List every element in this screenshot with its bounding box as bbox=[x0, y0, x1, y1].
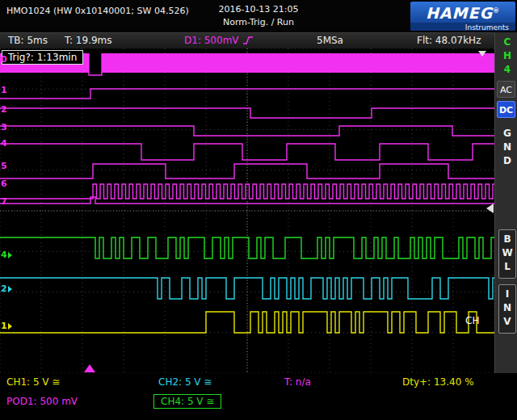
trigger-source-readout: D1: 500mV bbox=[184, 35, 254, 46]
sample-rate-readout: 5MSa bbox=[317, 35, 343, 46]
trigger-warning: Trig?: 1:13min bbox=[2, 50, 83, 65]
oscilloscope-screen: HMO1024 (HW 0x10140001; SW 04.526) 2016-… bbox=[0, 0, 517, 420]
pod1-scale-readout: POD1: 500 mV bbox=[6, 396, 78, 407]
ch2-scale-readout: CH2: 5 V ≅ bbox=[158, 376, 212, 388]
datetime: 2016-10-13 21:05 bbox=[218, 3, 298, 16]
duty-cycle-measurement: Dty+: 13.40 % bbox=[402, 376, 474, 388]
rising-edge-icon bbox=[242, 36, 254, 45]
waveform-svg bbox=[0, 48, 494, 373]
ch1-scale-readout: CH1: 5 V ≅ bbox=[6, 376, 60, 388]
logo-subtitle: Instruments bbox=[410, 23, 515, 31]
timebase-readout: TB: 5ms bbox=[8, 35, 48, 46]
bandwidth-limit-button[interactable]: BWL bbox=[498, 229, 516, 279]
ch-overlay-label: CH bbox=[465, 315, 479, 326]
digital-channel-label-7: 7 bbox=[1, 197, 7, 207]
digital-channel-label-6: 6 bbox=[1, 179, 7, 189]
digital-channel-label-1: 1 bbox=[1, 86, 7, 95]
softkey-menu: CH4 AC DC GND BWL INV bbox=[494, 32, 517, 373]
scroll-down-indicator bbox=[478, 51, 486, 57]
header: HMO1024 (HW 0x10140001; SW 04.526) 2016-… bbox=[0, 0, 517, 32]
invert-button[interactable]: INV bbox=[498, 284, 516, 334]
device-info: HMO1024 (HW 0x10140001; SW 04.526) bbox=[6, 6, 189, 16]
logo-brand-text: HAMEG® bbox=[410, 2, 515, 23]
trigger-position-marker bbox=[84, 364, 95, 372]
acquisition-status: Norm-Trig. / Run bbox=[218, 16, 298, 29]
trigger-readout: T: n/a bbox=[284, 376, 311, 388]
digital-channel-label-3: 3 bbox=[1, 123, 7, 132]
ch1-position-marker: 1 bbox=[1, 321, 12, 331]
menu-channel-label: CH4 bbox=[502, 36, 513, 78]
digital-channel-label-4: 4 bbox=[1, 139, 7, 149]
digital-channel-label-5: 5 bbox=[1, 162, 7, 171]
waveform-display: Trig?: 1:13min 0 1 2 3 4 5 6 7 4 2 1 CH bbox=[0, 48, 494, 373]
trigger-level-marker bbox=[486, 204, 494, 213]
status-bar: TB: 5ms T: 19.9ms D1: 500mV 5MSa Flt: 48… bbox=[0, 32, 494, 48]
hameg-logo: HAMEG® Instruments bbox=[410, 2, 515, 31]
trigger-time-readout: T: 19.9ms bbox=[65, 35, 112, 46]
registered-mark: ® bbox=[493, 7, 500, 15]
ch4-position-marker: 4 bbox=[1, 250, 12, 260]
ch2-position-marker: 2 bbox=[1, 284, 12, 294]
digital-channel-label-2: 2 bbox=[1, 105, 7, 115]
coupling-dc-button[interactable]: DC bbox=[497, 101, 515, 118]
footer: CH1: 5 V ≅ CH2: 5 V ≅ T: n/a Dty+: 13.40… bbox=[0, 373, 517, 420]
coupling-gnd-button[interactable]: GND bbox=[502, 128, 513, 169]
digital-channel-label-0: 0 bbox=[1, 55, 7, 65]
ch4-scale-readout: CH4: 5 V ≅ bbox=[153, 394, 221, 409]
filter-readout: Flt: 48.07kHz bbox=[417, 35, 481, 46]
header-center: 2016-10-13 21:05 Norm-Trig. / Run bbox=[218, 3, 298, 29]
coupling-ac-button[interactable]: AC bbox=[497, 81, 515, 98]
